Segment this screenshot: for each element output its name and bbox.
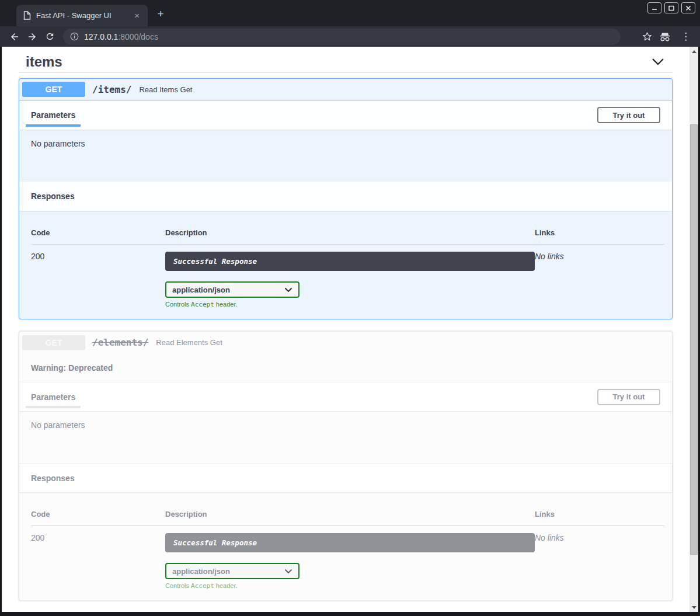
toolbar-right: ⋮ <box>642 31 694 42</box>
column-links: Links <box>535 500 664 526</box>
close-icon <box>685 5 691 11</box>
response-description-box: Successful Response <box>165 252 535 271</box>
column-description: Description <box>165 219 535 245</box>
parameters-content: No parameters <box>19 130 672 182</box>
minimize-icon <box>652 5 657 11</box>
parameters-content: No parameters <box>19 411 672 463</box>
scroll-down-button[interactable] <box>689 603 698 612</box>
no-parameters-text: No parameters <box>31 420 85 430</box>
chevron-down-icon[interactable] <box>652 58 664 66</box>
column-description: Description <box>165 500 535 526</box>
back-button[interactable] <box>6 29 23 45</box>
forward-button[interactable] <box>23 29 41 45</box>
column-code: Code <box>31 219 165 245</box>
select-chevron-icon <box>284 287 292 293</box>
media-type-value: application/json <box>172 286 230 294</box>
responses-table: Code Description Links 200 Successful Re… <box>31 500 660 590</box>
url-host: 127.0.0.1 <box>84 32 118 41</box>
media-type-value: application/json <box>172 567 230 576</box>
url-bar[interactable]: 127.0.0.1:8000/docs <box>63 29 621 45</box>
endpoint-path: /items/ <box>92 84 131 95</box>
column-code: Code <box>31 500 165 526</box>
bookmark-star-icon[interactable] <box>642 31 653 42</box>
maximize-button[interactable] <box>664 2 678 13</box>
opblock-summary[interactable]: GET /elements/ Read Elements Get <box>19 332 672 353</box>
scroll-down-icon <box>692 606 696 609</box>
responses-header: Responses <box>19 463 672 492</box>
accept-header-note: Controls Accept header. <box>165 582 535 590</box>
response-code: 200 <box>31 245 165 308</box>
endpoint-summary: Read Items Get <box>139 85 192 94</box>
url-suffix: :8000/docs <box>118 32 158 41</box>
incognito-icon <box>659 32 671 42</box>
section-title: items <box>26 54 62 70</box>
deprecated-warning: Warning: Deprecated <box>19 353 672 382</box>
browser-toolbar: 127.0.0.1:8000/docs ⋮ <box>0 26 700 47</box>
refresh-button[interactable] <box>41 29 58 45</box>
vertical-scrollbar[interactable] <box>689 47 698 612</box>
browser-tab[interactable]: Fast API - Swagger UI × <box>16 5 148 26</box>
tab-parameters[interactable]: Parameters <box>26 382 81 411</box>
method-badge: GET <box>22 82 85 97</box>
page-content: items GET /items/ Read Items Get Paramet… <box>0 47 700 616</box>
accept-code: Accept <box>191 582 214 590</box>
accept-header-note: Controls Accept header. <box>165 301 535 308</box>
responses-content: Code Description Links 200 Successful Re… <box>19 492 672 600</box>
parameters-header: Parameters Try it out <box>19 100 672 130</box>
url-text: 127.0.0.1:8000/docs <box>84 32 158 41</box>
no-parameters-text: No parameters <box>31 139 85 148</box>
opblock-get-elements-deprecated: GET /elements/ Read Elements Get Warning… <box>19 331 673 601</box>
browser-window: Fast API - Swagger UI × + <box>0 0 700 616</box>
response-description-cell: Successful Response application/json Con… <box>165 526 535 590</box>
responses-table: Code Description Links 200 Successful Re… <box>31 219 660 308</box>
response-code: 200 <box>31 526 165 590</box>
scroll-up-icon <box>692 50 696 53</box>
endpoint-summary: Read Elements Get <box>156 338 222 347</box>
tag-section-header[interactable]: items <box>19 47 673 71</box>
refresh-icon <box>45 32 55 41</box>
close-button[interactable] <box>681 2 695 13</box>
window-controls <box>647 2 695 13</box>
menu-button[interactable]: ⋮ <box>677 32 694 41</box>
responses-title: Responses <box>26 192 75 201</box>
section-divider <box>19 72 673 72</box>
responses-title: Responses <box>26 474 75 483</box>
response-links: No links <box>535 526 664 590</box>
tab-title: Fast API - Swagger UI <box>36 11 132 20</box>
parameters-header: Parameters Try it out <box>19 382 672 411</box>
responses-content: Code Description Links 200 Successful Re… <box>19 211 672 319</box>
back-icon <box>9 32 20 42</box>
try-it-out-button[interactable]: Try it out <box>597 107 660 123</box>
scrollbar-thumb[interactable] <box>690 124 698 555</box>
maximize-icon <box>668 5 674 11</box>
tab-parameters[interactable]: Parameters <box>26 100 81 130</box>
titlebar: Fast API - Swagger UI × + <box>0 0 700 26</box>
minimize-button[interactable] <box>647 2 661 13</box>
endpoint-path: /elements/ <box>92 337 148 348</box>
response-description-cell: Successful Response application/json Con… <box>165 245 535 308</box>
try-it-out-button[interactable]: Try it out <box>597 389 660 405</box>
site-info-icon <box>70 32 79 41</box>
forward-icon <box>27 32 37 42</box>
tab-close-icon[interactable]: × <box>132 10 142 21</box>
column-links: Links <box>535 219 664 245</box>
page-icon <box>23 11 31 20</box>
opblock-summary[interactable]: GET /items/ Read Items Get <box>19 79 672 100</box>
swagger-page: items GET /items/ Read Items Get Paramet… <box>2 47 689 612</box>
scroll-up-button[interactable] <box>689 47 698 56</box>
select-chevron-icon <box>284 569 292 574</box>
media-type-select[interactable]: application/json <box>165 281 299 298</box>
response-links: No links <box>535 245 664 308</box>
media-type-select[interactable]: application/json <box>165 563 299 579</box>
responses-header: Responses <box>19 182 672 211</box>
method-badge: GET <box>22 335 85 350</box>
response-description-box: Successful Response <box>165 533 535 552</box>
accept-code: Accept <box>191 301 214 308</box>
opblock-get-items: GET /items/ Read Items Get Parameters Tr… <box>19 78 673 319</box>
new-tab-button[interactable]: + <box>153 7 168 22</box>
